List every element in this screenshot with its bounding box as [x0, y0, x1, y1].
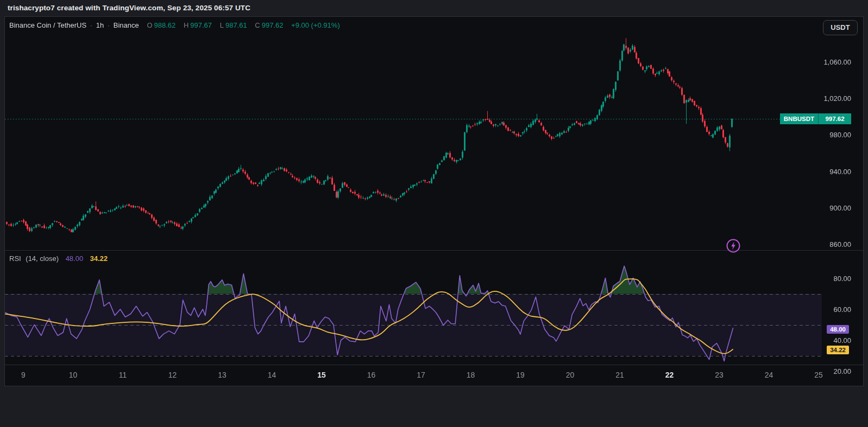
close-value: 997.62 [262, 21, 284, 29]
time-axis-label-14: 14 [268, 371, 276, 379]
rsi-axis-label: 40.00 [833, 336, 851, 345]
price-axis-label: 940.00 [829, 167, 851, 175]
time-axis-label-16: 16 [367, 371, 376, 379]
time-axis-label-19: 19 [516, 371, 525, 379]
chart-widget: Binance Coin / TetherUS · 1h · Binance O… [4, 16, 864, 386]
symbol-badge: BNBUSDT [780, 113, 819, 124]
open-value: 988.62 [154, 21, 176, 29]
rsi-axis-label: 60.00 [833, 305, 851, 314]
time-axis-label-13: 13 [218, 371, 227, 379]
last-price-label: BNBUSDT 997.62 [780, 113, 851, 124]
close-label: C [255, 21, 260, 29]
high-value: 997.67 [190, 21, 212, 29]
low-label: L [220, 21, 224, 29]
footer-bar: TradingView [0, 386, 868, 427]
rsi-legend: RSI (14, close) 48.00 34.22 [9, 254, 108, 263]
time-axis-label-10: 10 [69, 371, 78, 379]
rsi-ma-value-badge: 34.22 [827, 346, 849, 354]
rsi-axis-label: 20.00 [833, 367, 851, 375]
price-axis-label: 860.00 [829, 240, 851, 248]
legend-separator: · [90, 21, 92, 29]
last-price-badge: 997.62 [819, 113, 851, 124]
legend-separator: · [108, 21, 110, 29]
price-axis-label: 1,060.00 [823, 58, 851, 66]
rsi-axis-label: 80.00 [833, 275, 851, 283]
rsi-ma-current-value: 34.22 [90, 254, 108, 263]
time-axis-label-9: 9 [21, 371, 26, 379]
time-axis-label-18: 18 [467, 371, 475, 379]
price-and-rsi-chart-canvas[interactable] [5, 17, 864, 387]
low-value: 987.61 [225, 21, 247, 29]
rsi-value-badge: 48.00 [827, 325, 849, 334]
rsi-params: (14, close) [26, 254, 59, 263]
time-axis-label-22: 22 [665, 371, 674, 379]
time-axis-separator [5, 365, 864, 365]
price-axis-label: 900.00 [829, 203, 851, 212]
time-axis-label-15: 15 [317, 371, 326, 379]
price-axis-label: 1,020.00 [823, 94, 851, 103]
attribution-text: trishacrypto7 created with TradingView.c… [8, 4, 250, 12]
time-axis-label-23: 23 [715, 371, 724, 379]
time-axis-label-21: 21 [615, 371, 624, 379]
symbol-title[interactable]: Binance Coin / TetherUS [9, 21, 86, 29]
time-axis-label-12: 12 [168, 371, 177, 379]
time-axis-label-11: 11 [119, 371, 127, 379]
currency-toggle-button[interactable]: USDT [823, 20, 858, 35]
tradingview-snapshot: trishacrypto7 created with TradingView.c… [0, 0, 868, 427]
price-axis-label: 980.00 [829, 131, 851, 139]
lightning-bolt-icon[interactable] [725, 238, 741, 254]
time-axis-label-25: 25 [814, 371, 823, 379]
time-axis-label-17: 17 [417, 371, 425, 379]
exchange-label: Binance [114, 21, 139, 29]
time-axis-label-20: 20 [566, 371, 575, 379]
high-label: H [184, 21, 188, 29]
symbol-legend: Binance Coin / TetherUS · 1h · Binance O… [9, 21, 342, 29]
change-value: +9.00 (+0.91%) [291, 21, 340, 29]
rsi-current-value: 48.00 [66, 254, 84, 263]
open-label: O [147, 21, 152, 29]
time-axis-label-24: 24 [765, 371, 773, 379]
interval-label[interactable]: 1h [96, 21, 104, 29]
rsi-title[interactable]: RSI [9, 254, 21, 263]
